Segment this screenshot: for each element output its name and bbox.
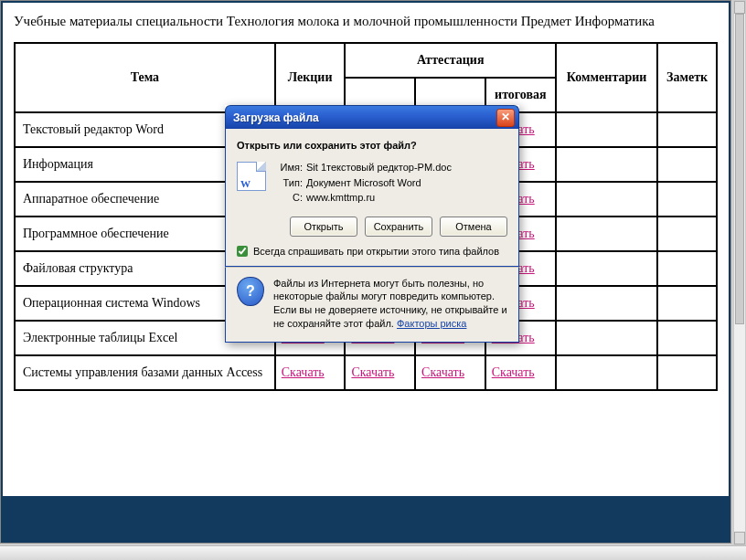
vertical-scrollbar[interactable] (733, 0, 746, 545)
file-name-label: Имя: (275, 160, 303, 175)
cell-download: Скачать (485, 355, 556, 390)
col-comments: Комментарии (556, 43, 657, 112)
cell (556, 321, 657, 355)
download-link[interactable]: Скачать (282, 365, 325, 379)
file-download-dialog: Загрузка файла ✕ Открыть или сохранить э… (225, 105, 519, 343)
cell (556, 286, 657, 321)
dialog-heading: Открыть или сохранить этот файл? (237, 140, 507, 151)
dialog-body: Открыть или сохранить этот файл? W Имя:S… (225, 129, 519, 267)
file-meta: Имя:Sit 1текстовый редктор-PM.doc Тип:До… (275, 160, 452, 206)
dialog-buttons: Открыть Сохранить Отмена (237, 217, 507, 237)
download-link[interactable]: Скачать (492, 365, 535, 379)
close-button[interactable]: ✕ (496, 109, 515, 127)
cell (657, 355, 717, 390)
cell (556, 355, 657, 390)
scroll-down-button[interactable] (734, 532, 745, 544)
taskbar[interactable] (0, 545, 746, 560)
word-doc-icon: W (237, 162, 266, 191)
col-notes: Заметк (657, 43, 717, 112)
cell-download: Скачать (275, 355, 346, 390)
file-name-value: Sit 1текстовый редктор-PM.doc (306, 162, 452, 173)
cell (556, 217, 657, 251)
col-topic: Тема (15, 43, 275, 112)
cell (556, 147, 657, 182)
cell (657, 321, 717, 355)
footer-warning-text: Файлы из Интернета могут быть полезны, н… (273, 278, 507, 330)
shield-icon: ? (237, 277, 264, 306)
file-info-row: W Имя:Sit 1текстовый редктор-PM.doc Тип:… (237, 160, 507, 206)
dialog-footer: ? Файлы из Интернета могут быть полезны,… (225, 267, 519, 343)
cell-download: Скачать (415, 355, 485, 390)
download-link[interactable]: Скачать (351, 365, 394, 379)
file-type-label: Тип: (275, 175, 303, 191)
page-title: Учебные материалы специальности Технолог… (14, 14, 718, 29)
always-ask-checkbox[interactable] (237, 246, 248, 257)
footer-text-block: Файлы из Интернета могут быть полезны, н… (273, 277, 507, 331)
col-lectures: Лекции (275, 43, 346, 112)
cell (556, 112, 657, 147)
file-type-value: Документ Microsoft Word (306, 177, 421, 188)
cell (657, 217, 717, 251)
save-button[interactable]: Сохранить (365, 217, 432, 237)
cell (556, 251, 657, 286)
cell (657, 112, 717, 147)
file-source-value: www.kmttmp.ru (306, 192, 375, 203)
always-ask-label: Всегда спрашивать при открытии этого тип… (253, 246, 499, 257)
close-icon: ✕ (501, 111, 510, 123)
file-source-label: С: (275, 190, 303, 206)
cell (657, 286, 717, 321)
cell (556, 182, 657, 217)
risk-factors-link[interactable]: Факторы риска (397, 318, 466, 329)
open-button[interactable]: Открыть (290, 217, 357, 237)
topic-cell: Системы управления базами данных Access (15, 355, 275, 390)
cell (657, 182, 717, 217)
col-attestation: Аттестация (345, 43, 556, 78)
app-frame: Учебные материалы специальности Технолог… (0, 0, 731, 544)
cell (657, 147, 717, 182)
cell-download: Скачать (345, 355, 415, 390)
dialog-title: Загрузка файла (233, 111, 319, 124)
download-link[interactable]: Скачать (421, 365, 464, 379)
table-row: Системы управления базами данных Access … (15, 355, 717, 390)
scroll-thumb[interactable] (735, 14, 744, 324)
dialog-titlebar[interactable]: Загрузка файла ✕ (225, 105, 519, 129)
cancel-button[interactable]: Отмена (440, 217, 507, 237)
always-ask-row: Всегда спрашивать при открытии этого тип… (237, 246, 507, 266)
scroll-up-button[interactable] (734, 1, 745, 14)
cell (657, 251, 717, 286)
